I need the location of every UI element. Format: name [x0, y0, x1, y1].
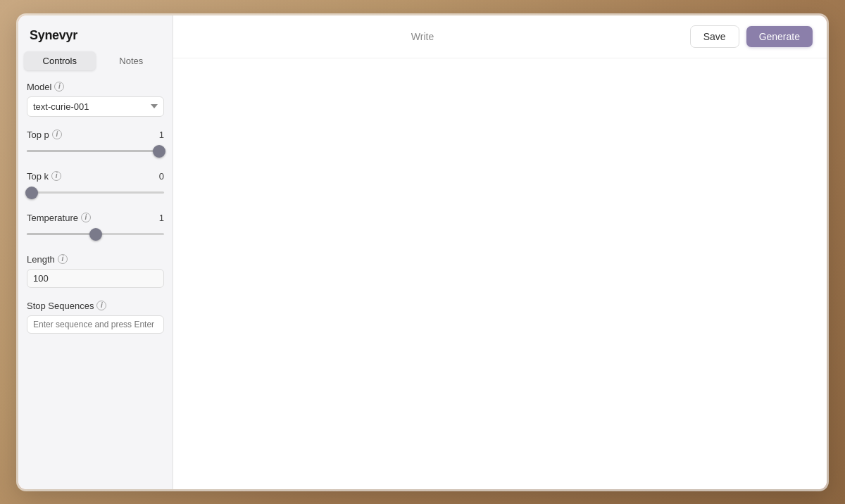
generate-button[interactable]: Generate	[746, 26, 813, 47]
top-p-value: 1	[159, 130, 164, 140]
tab-row: Controls Notes	[24, 51, 167, 70]
tab-controls[interactable]: Controls	[24, 51, 96, 70]
window-inner: Synevyr Controls Notes Model i	[18, 15, 827, 489]
temperature-group: Temperature i 1	[27, 213, 164, 241]
top-k-info-icon[interactable]: i	[51, 171, 61, 181]
temperature-value: 1	[159, 213, 164, 223]
top-p-group: Top p i 1	[27, 130, 164, 158]
temperature-label-row: Temperature i 1	[27, 213, 164, 223]
stop-sequences-info-icon[interactable]: i	[96, 301, 106, 310]
top-k-group: Top k i 0	[27, 171, 164, 200]
length-label-row: Length i	[27, 254, 164, 265]
editor-area[interactable]	[173, 58, 827, 489]
top-p-info-icon[interactable]: i	[52, 130, 62, 139]
model-select[interactable]: text-curie-001 text-davinci-003 text-bab…	[27, 96, 164, 117]
top-k-label-row: Top k i 0	[27, 171, 164, 182]
length-label: Length i	[27, 254, 68, 265]
write-tab-label[interactable]: Write	[411, 28, 434, 46]
top-k-slider-container	[27, 186, 164, 200]
stop-sequences-input[interactable]	[27, 315, 164, 334]
model-info-icon[interactable]: i	[54, 82, 64, 92]
top-p-label: Top p i	[27, 130, 62, 140]
main-content: Write Save Generate	[173, 15, 827, 489]
temperature-label: Temperature i	[27, 213, 91, 223]
model-label: Model i	[27, 82, 64, 92]
top-p-slider-container	[27, 144, 164, 158]
sidebar: Synevyr Controls Notes Model i	[18, 15, 173, 489]
app-title: Synevyr	[30, 28, 77, 42]
stop-sequences-label: Stop Sequences i	[27, 301, 106, 311]
temperature-slider-container	[27, 227, 164, 241]
header-right: Save Generate	[690, 25, 813, 48]
main-header: Write Save Generate	[173, 15, 827, 58]
model-group: Model i text-curie-001 text-davinci-003 …	[27, 82, 164, 117]
stop-sequences-group: Stop Sequences i	[27, 301, 164, 334]
length-group: Length i	[27, 254, 164, 288]
app-window: Synevyr Controls Notes Model i	[18, 15, 827, 490]
controls-area: Model i text-curie-001 text-davinci-003 …	[18, 82, 173, 489]
length-info-icon[interactable]: i	[58, 254, 68, 264]
stop-sequences-label-row: Stop Sequences i	[27, 301, 164, 311]
top-k-label: Top k i	[27, 171, 61, 182]
length-input[interactable]	[27, 269, 164, 288]
sidebar-header: Synevyr	[18, 15, 173, 51]
tab-notes[interactable]: Notes	[96, 51, 168, 70]
temperature-info-icon[interactable]: i	[81, 213, 91, 222]
top-p-label-row: Top p i 1	[27, 130, 164, 140]
top-k-value: 0	[159, 171, 164, 182]
save-button[interactable]: Save	[690, 25, 739, 48]
editor-textarea[interactable]	[187, 70, 813, 478]
model-label-row: Model i	[27, 82, 164, 92]
